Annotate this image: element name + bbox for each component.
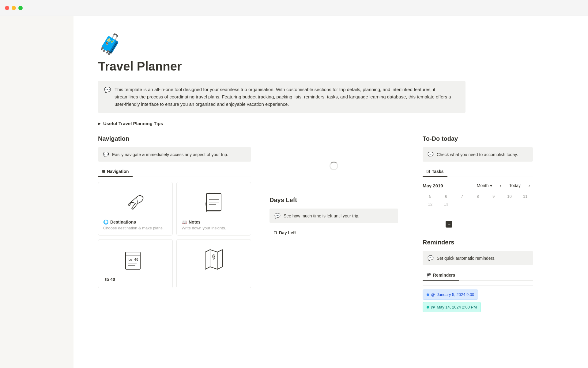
reminder-tags: @ January 5, 2024 9:00 @ May 14, 2024 2:… — [423, 289, 533, 312]
days-left-section: Days Left 💬 See how much time is left un… — [270, 197, 398, 238]
notes-card-image — [182, 188, 246, 216]
checkbox-icon: ☑ — [426, 169, 430, 174]
cal-day-8: 8 — [470, 193, 485, 200]
today-label: Today — [509, 183, 521, 188]
cal-day-11: 11 — [518, 193, 533, 200]
calendar-row: → — [423, 209, 533, 229]
cal-day-12: 12 — [423, 201, 438, 208]
days-left-column: Days Left 💬 See how much time is left un… — [270, 135, 398, 243]
cal-day-13: 13 — [439, 201, 454, 208]
navigation-column: Navigation 💬 Easily navigate & immediate… — [98, 135, 251, 288]
reminder-dot-2 — [427, 306, 429, 309]
tips-label: Useful Travel Planning Tips — [103, 121, 163, 126]
cal-cell-3[interactable] — [454, 209, 469, 219]
speech-bubble-icon: 💬 — [104, 86, 111, 93]
tips-arrow-icon: ▶ — [98, 121, 101, 126]
cal-cell-7[interactable] — [518, 209, 533, 219]
calendar-prev-button[interactable]: ‹ — [497, 182, 504, 189]
nav-speech-icon: 💬 — [103, 151, 109, 157]
cal-day-7: 7 — [454, 193, 469, 200]
reminder-tag-2-label: @ — [431, 305, 435, 309]
tasks-tab-nav: ☑ Tasks — [423, 167, 533, 177]
svg-text:to 40: to 40 — [128, 258, 138, 262]
days-speech-icon: 💬 — [274, 213, 281, 219]
reminders-tab-nav: 🏴 Reminders — [423, 270, 533, 281]
calendar-arrow-button[interactable]: → — [446, 221, 452, 228]
budget-card-image: to 40 — [103, 246, 168, 273]
map-card-image — [182, 246, 246, 273]
page-title: Travel Planner — [98, 59, 564, 74]
map-card[interactable] — [176, 239, 251, 288]
notes-card-subtitle: Write down your insights. — [182, 226, 246, 230]
content-area: 🧳 Travel Planner 💬 This template is an a… — [74, 16, 588, 368]
reminders-divider — [423, 286, 533, 286]
description-block: 💬 This template is an all-in-one tool de… — [98, 81, 466, 113]
destinations-card[interactable]: 🌐 Destinations Choose destination & make… — [98, 182, 173, 236]
reminders-tab-label: Reminders — [433, 273, 455, 278]
cal-cell-8[interactable] — [423, 219, 438, 229]
title-bar — [0, 0, 588, 16]
reminder-tag-1-label: @ — [431, 292, 435, 297]
reminder-date-1: January 5, 2024 9:00 — [437, 292, 474, 297]
reminders-description-block: 💬 Set quick automatic reminders. — [423, 251, 533, 265]
reminder-tag-2[interactable]: @ May 14, 2024 2:00 PM — [423, 302, 481, 312]
book-icon: 📖 — [182, 220, 187, 224]
loading-container — [270, 135, 398, 197]
navigation-cards-grid: 🌐 Destinations Choose destination & make… — [98, 182, 251, 288]
days-left-description-block: 💬 See how much time is left until your t… — [270, 209, 398, 223]
reminder-date-2: May 14, 2024 2:00 PM — [437, 305, 477, 309]
cal-day-5: 5 — [423, 193, 438, 200]
day-left-tab-label: Day Left — [279, 230, 296, 235]
navigation-tab-label: Navigation — [107, 169, 129, 174]
grid-icon: ⊞ — [102, 169, 105, 174]
reminders-section: Reminders 💬 Set quick automatic reminder… — [423, 239, 533, 312]
month-label: Month — [477, 183, 489, 188]
reminder-dot-1 — [427, 293, 429, 296]
month-selector-button[interactable]: Month ▾ — [474, 182, 495, 189]
days-left-tab-nav: ⏱ Day Left — [270, 228, 398, 238]
cal-day-6: 6 — [439, 193, 454, 200]
minimize-button[interactable] — [12, 6, 16, 10]
destinations-card-title: 🌐 Destinations — [103, 220, 168, 224]
main-container: 🧳 Travel Planner 💬 This template is an a… — [0, 16, 588, 368]
tasks-tab[interactable]: ☑ Tasks — [423, 167, 447, 177]
calendar-month-year: May 2019 — [423, 183, 443, 188]
navigation-description-block: 💬 Easily navigate & immediately access a… — [98, 147, 251, 162]
today-button[interactable]: Today — [507, 182, 523, 189]
notes-card-title: 📖 Notes — [182, 220, 246, 224]
navigation-tab-nav: ⊞ Navigation — [98, 167, 251, 177]
calendar-next-button[interactable]: › — [526, 182, 533, 189]
cal-cell-1[interactable] — [423, 209, 438, 219]
budget-card-title: to 40 — [103, 277, 168, 282]
navigation-tab[interactable]: ⊞ Navigation — [98, 167, 133, 177]
day-left-tab[interactable]: ⏱ Day Left — [270, 228, 300, 238]
cal-cell-6[interactable] — [502, 209, 517, 219]
cal-cell-2[interactable] — [439, 209, 454, 219]
month-dropdown-icon: ▾ — [490, 183, 492, 188]
destinations-card-image — [103, 188, 168, 216]
cal-day-10: 10 — [502, 193, 517, 200]
navigation-section-title: Navigation — [98, 135, 251, 142]
tips-toggle[interactable]: ▶ Useful Travel Planning Tips — [98, 119, 564, 128]
three-column-layout: Navigation 💬 Easily navigate & immediate… — [98, 135, 564, 312]
reminder-tag-1[interactable]: @ January 5, 2024 9:00 — [423, 289, 478, 300]
notes-card[interactable]: 📖 Notes Write down your insights. — [176, 182, 251, 236]
reminders-tab[interactable]: 🏴 Reminders — [423, 270, 459, 281]
clock-icon: ⏱ — [273, 231, 277, 235]
todo-section-title: To-Do today — [423, 135, 533, 142]
destinations-card-subtitle: Choose destination & make plans. — [103, 226, 168, 230]
cal-cell-4[interactable] — [470, 209, 485, 219]
cal-cell-5[interactable] — [486, 209, 501, 219]
days-left-title: Days Left — [270, 197, 398, 204]
close-button[interactable] — [5, 6, 9, 10]
calendar-controls: Month ▾ ‹ Today › — [474, 182, 533, 189]
cal-cell-arrow[interactable]: → — [439, 219, 454, 229]
reminders-speech-icon: 💬 — [428, 255, 434, 261]
budget-card[interactable]: to 40 to 40 — [98, 239, 173, 288]
navigation-description-text: Easily navigate & immediately access any… — [112, 152, 228, 157]
todo-speech-icon: 💬 — [428, 151, 434, 157]
maximize-button[interactable] — [18, 6, 23, 10]
globe-icon: 🌐 — [103, 220, 108, 224]
description-text: This template is an all-in-one tool desi… — [115, 86, 459, 108]
sidebar — [0, 16, 74, 368]
